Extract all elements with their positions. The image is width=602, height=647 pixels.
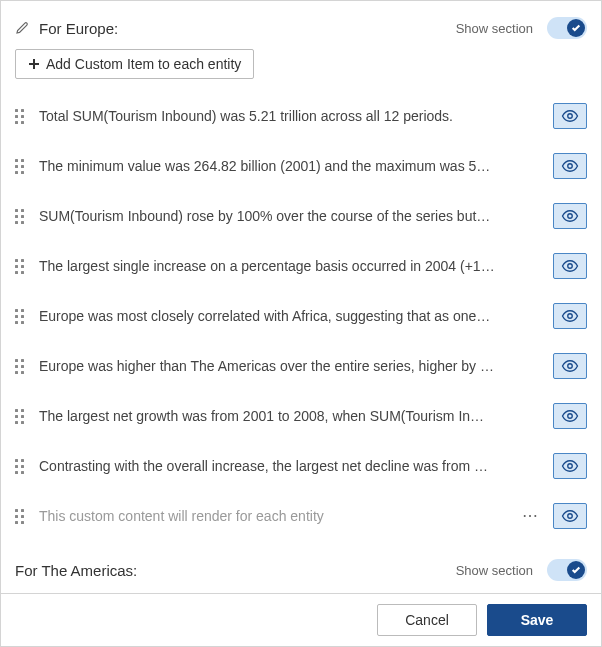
svg-point-6	[568, 414, 573, 419]
item-text: Europe was higher than The Americas over…	[39, 358, 543, 374]
visibility-button[interactable]	[553, 103, 587, 129]
item-text: The largest net growth was from 2001 to …	[39, 408, 543, 424]
show-section-toggle[interactable]	[547, 17, 587, 39]
drag-handle-icon[interactable]	[15, 459, 29, 473]
svg-point-1	[568, 164, 573, 169]
list-item-custom: This custom content will render for each…	[15, 491, 587, 541]
eye-icon	[561, 107, 579, 125]
pencil-icon[interactable]	[15, 19, 31, 38]
drag-handle-icon[interactable]	[15, 309, 29, 323]
svg-point-8	[568, 514, 573, 519]
eye-icon	[561, 507, 579, 525]
item-list-europe: Total SUM(Tourism Inbound) was 5.21 tril…	[15, 91, 587, 541]
eye-icon	[561, 307, 579, 325]
item-text: SUM(Tourism Inbound) rose by 100% over t…	[39, 208, 543, 224]
drag-handle-icon[interactable]	[15, 109, 29, 123]
svg-point-2	[568, 214, 573, 219]
section-header-americas: For The Americas: Show section	[15, 555, 587, 591]
list-item: Contrasting with the overall increase, t…	[15, 441, 587, 491]
eye-icon	[561, 457, 579, 475]
drag-handle-icon[interactable]	[15, 509, 29, 523]
eye-icon	[561, 207, 579, 225]
visibility-button[interactable]	[553, 453, 587, 479]
drag-handle-icon[interactable]	[15, 409, 29, 423]
item-menu-button[interactable]: ⋯	[518, 508, 543, 524]
list-item: The largest net growth was from 2001 to …	[15, 391, 587, 441]
eye-icon	[561, 257, 579, 275]
visibility-button[interactable]	[553, 153, 587, 179]
panel: For Europe: Show section Add Custom Item…	[0, 0, 602, 647]
svg-point-7	[568, 464, 573, 469]
item-list-americas: Total SUM(Tourism Inbound) was 2.57 tril…	[15, 591, 587, 593]
drag-handle-icon[interactable]	[15, 359, 29, 373]
item-text: Total SUM(Tourism Inbound) was 5.21 tril…	[39, 108, 543, 124]
section-title: For The Americas:	[15, 562, 448, 579]
visibility-button[interactable]	[553, 403, 587, 429]
show-section-label: Show section	[456, 21, 533, 36]
item-text: Contrasting with the overall increase, t…	[39, 458, 543, 474]
visibility-button[interactable]	[553, 353, 587, 379]
eye-icon	[561, 357, 579, 375]
list-item: Europe was higher than The Americas over…	[15, 341, 587, 391]
svg-point-0	[568, 114, 573, 119]
visibility-button[interactable]	[553, 253, 587, 279]
cancel-button[interactable]: Cancel	[377, 604, 477, 636]
drag-handle-icon[interactable]	[15, 159, 29, 173]
list-item: The largest single increase on a percent…	[15, 241, 587, 291]
item-text: Europe was most closely correlated with …	[39, 308, 543, 324]
plus-icon	[28, 58, 40, 70]
list-item: Total SUM(Tourism Inbound) was 5.21 tril…	[15, 91, 587, 141]
section-title: For Europe:	[39, 20, 448, 37]
save-button[interactable]: Save	[487, 604, 587, 636]
list-item: Europe was most closely correlated with …	[15, 291, 587, 341]
list-item: The minimum value was 264.82 billion (20…	[15, 141, 587, 191]
eye-icon	[561, 407, 579, 425]
visibility-button[interactable]	[553, 203, 587, 229]
section-header-europe: For Europe: Show section	[15, 13, 587, 49]
show-section-toggle[interactable]	[547, 559, 587, 581]
eye-icon	[561, 157, 579, 175]
item-text: The minimum value was 264.82 billion (20…	[39, 158, 543, 174]
checkmark-icon	[567, 19, 585, 37]
drag-handle-icon[interactable]	[15, 209, 29, 223]
list-item: SUM(Tourism Inbound) rose by 100% over t…	[15, 191, 587, 241]
checkmark-icon	[567, 561, 585, 579]
content-scroll: For Europe: Show section Add Custom Item…	[1, 1, 601, 593]
item-text: The largest single increase on a percent…	[39, 258, 543, 274]
add-custom-item-button[interactable]: Add Custom Item to each entity	[15, 49, 254, 79]
visibility-button[interactable]	[553, 303, 587, 329]
visibility-button[interactable]	[553, 503, 587, 529]
list-item: Total SUM(Tourism Inbound) was 2.57 tril…	[15, 591, 587, 593]
footer: Cancel Save	[1, 593, 601, 646]
show-section-label: Show section	[456, 563, 533, 578]
custom-item-input[interactable]: This custom content will render for each…	[39, 508, 508, 524]
add-custom-item-label: Add Custom Item to each entity	[46, 56, 241, 72]
drag-handle-icon[interactable]	[15, 259, 29, 273]
svg-point-4	[568, 314, 573, 319]
svg-point-5	[568, 364, 573, 369]
svg-point-3	[568, 264, 573, 269]
